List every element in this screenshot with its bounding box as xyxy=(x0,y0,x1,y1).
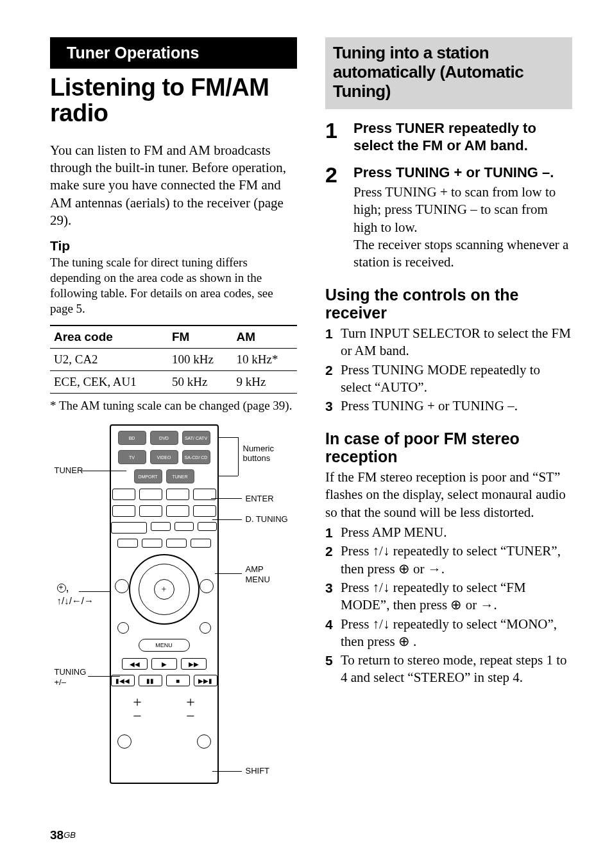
label-tuner: TUNER xyxy=(55,465,83,475)
remote-btn xyxy=(139,505,162,517)
comma: , xyxy=(66,581,69,594)
tip-heading: Tip xyxy=(50,238,297,254)
n: 1 xyxy=(325,524,337,541)
cell: 50 kHz xyxy=(168,371,233,394)
remote-btn xyxy=(151,522,170,531)
transport-next-icon: ▶▶▮ xyxy=(194,675,217,686)
label-tuning: TUNING xyxy=(55,667,87,677)
label-menu: MENU xyxy=(246,575,270,584)
th-fm: FM xyxy=(168,326,233,349)
th-area: Area code xyxy=(50,326,168,349)
remote-body: BD DVD SAT/ CATV TV VIDEO SA-CD/ CD DMPO… xyxy=(110,424,219,784)
table-row: ECE, CEK, AU1 50 kHz 9 kHz xyxy=(50,371,297,394)
list-item: 1Press AMP MENU. xyxy=(325,524,572,541)
big-step: 2 Press TUNING + or TUNING –. Press TUNI… xyxy=(325,164,572,272)
remote-btn: DVD xyxy=(150,431,178,445)
n: 3 xyxy=(325,397,337,415)
label-shift: SHIFT xyxy=(246,766,270,776)
step-body: Press TUNING + to scan from low to high;… xyxy=(353,184,572,271)
sub-intro: If the FM stereo reception is poor and “… xyxy=(325,469,572,521)
sub-heading: Using the controls on the receiver xyxy=(325,286,572,323)
cell: U2, CA2 xyxy=(50,349,168,371)
nav-ring: + xyxy=(129,554,200,625)
label-amp: AMP xyxy=(246,564,264,574)
sub-heading: In case of poor FM stereo reception xyxy=(325,430,572,467)
label-enter: ENTER xyxy=(246,494,274,503)
nav-enter-icon: , xyxy=(57,581,69,595)
n: 1 xyxy=(325,325,337,360)
t: To return to stereo mode, repeat steps 1… xyxy=(341,652,572,687)
remote-btn: DMPORT xyxy=(134,469,162,483)
page-number: 38 xyxy=(50,828,64,842)
step-heading: Press TUNER repeatedly to select the FM … xyxy=(353,119,572,155)
remote-btn xyxy=(191,539,211,548)
big-step: 1 Press TUNER repeatedly to select the F… xyxy=(325,119,572,155)
list-item: 2Press TUNING MODE repeatedly to select … xyxy=(325,361,572,397)
remote-btn xyxy=(111,522,148,534)
step-number: 1 xyxy=(325,119,342,155)
remote-btn: VIDEO xyxy=(150,450,178,464)
page-title: Listening to FM/AM radio xyxy=(50,75,297,126)
list-item: 3Press TUNING + or TUNING –. xyxy=(325,397,572,415)
remote-side-button xyxy=(115,579,129,593)
t: Turn INPUT SELECTOR to select the FM or … xyxy=(341,325,572,360)
transport-pause-icon: ▮▮ xyxy=(139,675,162,686)
label-dtuning: D. TUNING xyxy=(246,514,288,524)
remote-side-button xyxy=(117,734,132,749)
table-footnote: * The AM tuning scale can be changed (pa… xyxy=(50,399,297,413)
section-tab: Tuner Operations xyxy=(50,37,297,69)
t: Press ↑/↓ repeatedly to select “TUNER”, … xyxy=(341,542,572,578)
list-item: 2Press ↑/↓ repeatedly to select “TUNER”,… xyxy=(325,542,572,578)
list-item: 3Press ↑/↓ repeatedly to select “FM MODE… xyxy=(325,579,572,614)
transport-play-icon: ▶ xyxy=(151,658,177,670)
remote-side-button xyxy=(197,734,211,749)
remote-diagram: BD DVD SAT/ CATV TV VIDEO SA-CD/ CD DMPO… xyxy=(58,424,289,797)
remote-btn-tuner: TUNER xyxy=(166,469,194,483)
n: 5 xyxy=(325,652,337,687)
label-numeric-buttons: Numeric buttons xyxy=(243,444,288,463)
boxed-heading: Tuning into a station automatically (Aut… xyxy=(325,37,572,109)
remote-btn xyxy=(112,489,135,500)
area-code-table: Area code FM AM U2, CA2 100 kHz 10 kHz* … xyxy=(50,325,297,394)
remote-btn xyxy=(142,539,162,548)
remote-btn xyxy=(174,522,194,531)
remote-btn xyxy=(112,505,135,517)
remote-btn xyxy=(166,539,187,548)
remote-btn xyxy=(117,539,138,548)
cell: 10 kHz* xyxy=(232,349,297,371)
menu-pill: MENU xyxy=(139,639,190,652)
t: Press TUNING MODE repeatedly to select “… xyxy=(341,361,572,397)
remote-side-button xyxy=(117,622,129,634)
remote-btn xyxy=(198,522,217,531)
t: Press ↑/↓ repeatedly to select “FM MODE”… xyxy=(341,579,572,614)
remote-btn xyxy=(166,489,189,500)
label-tuning-pm: +/– xyxy=(55,677,66,687)
table-header-row: Area code FM AM xyxy=(50,326,297,349)
n: 2 xyxy=(325,542,337,578)
list-item: 1Turn INPUT SELECTOR to select the FM or… xyxy=(325,325,572,360)
remote-btn xyxy=(193,505,216,517)
volume-rocker-icon: +− xyxy=(181,695,200,723)
remote-btn xyxy=(166,505,189,517)
cell: ECE, CEK, AU1 xyxy=(50,371,168,394)
n: 4 xyxy=(325,616,337,651)
cell: 100 kHz xyxy=(168,349,233,371)
transport-stop-icon: ■ xyxy=(166,675,190,686)
nav-arrows-icon: ↑/↓/←/→ xyxy=(57,595,94,606)
step-number: 2 xyxy=(325,164,342,272)
n: 2 xyxy=(325,361,337,397)
intro-paragraph: You can listen to FM and AM broadcasts t… xyxy=(50,142,297,229)
page-suffix: GB xyxy=(64,830,76,840)
transport-rew-icon: ◀◀ xyxy=(122,658,148,670)
list-item: 4Press ↑/↓ repeatedly to select “MONO”, … xyxy=(325,616,572,651)
enter-button-icon: + xyxy=(154,579,174,600)
tip-body: The tuning scale for direct tuning diffe… xyxy=(50,255,297,316)
t: Press AMP MENU. xyxy=(341,524,572,541)
volume-rocker-icon: +− xyxy=(128,695,147,723)
t: Press TUNING + or TUNING –. xyxy=(341,397,572,415)
remote-btn: SA-CD/ CD xyxy=(182,450,210,464)
table-row: U2, CA2 100 kHz 10 kHz* xyxy=(50,349,297,371)
page-footer: 38GB xyxy=(50,828,76,842)
remote-btn: TV xyxy=(118,450,146,464)
n: 3 xyxy=(325,579,337,614)
